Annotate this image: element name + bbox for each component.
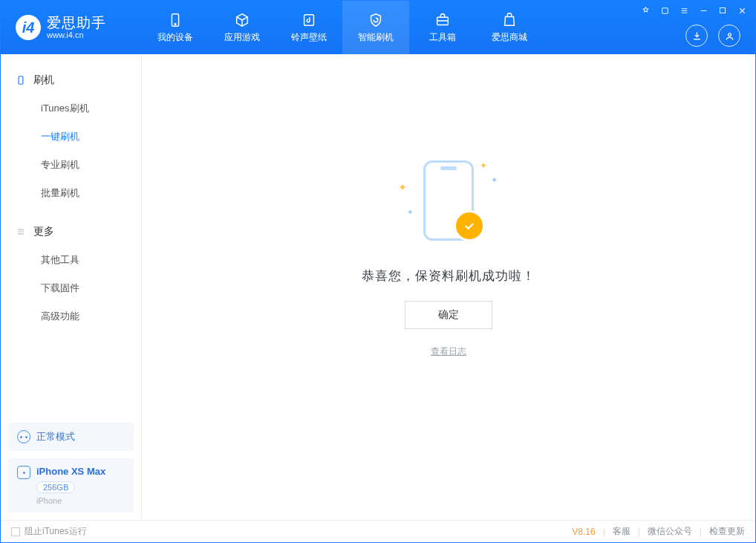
sparkle-icon: ✦ (407, 208, 413, 216)
sidebar-item-itunes-flash[interactable]: iTunes刷机 (1, 94, 141, 123)
nav-smart-flash[interactable]: 智能刷机 (342, 1, 409, 54)
svg-rect-2 (304, 14, 314, 25)
nav-toolbox-label: 工具箱 (429, 31, 456, 44)
sidebar-item-batch-flash[interactable]: 批量刷机 (1, 179, 141, 207)
download-button[interactable] (685, 25, 708, 47)
sidebar: 刷机 iTunes刷机 一键刷机 专业刷机 批量刷机 更多 其他工具 下载固件 … (1, 54, 142, 520)
nav-my-device-label: 我的设备 (157, 31, 193, 44)
app-title-cn: 爱思助手 (47, 16, 106, 31)
sidebar-item-onekey-flash[interactable]: 一键刷机 (1, 123, 141, 151)
success-message: 恭喜您，保资料刷机成功啦！ (362, 267, 535, 284)
header-right-icons (685, 25, 740, 47)
top-nav: 我的设备 应用游戏 铃声壁纸 智能刷机 工具箱 爱思商城 (142, 1, 543, 54)
status-bar: 阻止iTunes运行 V8.16 | 客服 | 微信公众号 | 检查更新 (1, 520, 755, 542)
checkbox-block-itunes[interactable]: 阻止iTunes运行 (11, 525, 87, 538)
sidebar-item-advanced[interactable]: 高级功能 (1, 302, 141, 331)
app-title-en: www.i4.cn (47, 30, 106, 39)
device-capacity: 256GB (36, 481, 75, 493)
device-mode-label: 正常模式 (36, 430, 75, 443)
music-note-icon (301, 12, 317, 28)
device-mode-card[interactable]: 正常模式 (8, 423, 134, 451)
sparkle-icon: ✦ (491, 175, 498, 185)
nav-apps-games[interactable]: 应用游戏 (209, 1, 276, 54)
svg-point-1 (175, 23, 176, 25)
main-content: ✦ ✦ ✦ ✦ 恭喜您，保资料刷机成功啦！ 确定 查看日志 (142, 54, 755, 488)
skin-icon[interactable] (659, 4, 671, 16)
device-type: iPhone (36, 496, 125, 505)
nav-store[interactable]: 爱思商城 (476, 1, 543, 54)
app-logo: i4 爱思助手 www.i4.cn (1, 1, 142, 54)
sidebar-item-pro-flash[interactable]: 专业刷机 (1, 151, 141, 179)
mode-icon (17, 430, 30, 443)
view-log-link[interactable]: 查看日志 (431, 345, 466, 358)
device-panel: 正常模式 iPhone XS Max 256GB iPhone (8, 423, 134, 513)
minimize-button[interactable] (697, 4, 709, 16)
sidebar-group-more: 更多 (1, 218, 141, 246)
nav-my-device[interactable]: 我的设备 (142, 1, 209, 54)
nav-smart-flash-label: 智能刷机 (358, 31, 394, 44)
svg-point-4 (728, 33, 731, 36)
app-header: i4 爱思助手 www.i4.cn 我的设备 应用游戏 铃声壁纸 智能刷机 工具… (1, 1, 755, 54)
sparkle-icon: ✦ (398, 181, 407, 193)
sidebar-group-flash: 刷机 (1, 66, 141, 94)
device-small-icon (16, 75, 26, 85)
sidebar-item-other-tools[interactable]: 其他工具 (1, 246, 141, 274)
sidebar-group-flash-label: 刷机 (33, 74, 54, 87)
checkbox-box-icon (11, 527, 20, 536)
svg-rect-5 (662, 7, 668, 13)
device-icon (17, 466, 30, 479)
phone-icon (167, 12, 183, 28)
close-button[interactable] (736, 4, 748, 16)
nav-toolbox[interactable]: 工具箱 (409, 1, 476, 54)
window-controls (639, 4, 748, 16)
shopping-bag-icon (501, 12, 518, 28)
nav-ringtones[interactable]: 铃声壁纸 (276, 1, 342, 54)
confirm-button[interactable]: 确定 (405, 301, 492, 329)
support-link[interactable]: 客服 (613, 525, 630, 538)
device-name: iPhone XS Max (36, 466, 125, 477)
nav-store-label: 爱思商城 (492, 31, 527, 44)
check-update-link[interactable]: 检查更新 (709, 525, 745, 538)
wechat-link[interactable]: 微信公众号 (648, 525, 692, 538)
checkbox-block-itunes-label: 阻止iTunes运行 (25, 525, 87, 538)
version-label: V8.16 (572, 527, 595, 537)
maximize-button[interactable] (717, 4, 729, 16)
cube-icon (234, 12, 250, 28)
menu-small-icon (16, 227, 26, 237)
sparkle-icon: ✦ (480, 160, 487, 171)
svg-rect-7 (19, 77, 23, 85)
sidebar-group-more-label: 更多 (33, 225, 54, 238)
theme-icon[interactable] (639, 4, 651, 16)
nav-ringtones-label: 铃声壁纸 (291, 31, 327, 44)
device-info-card[interactable]: iPhone XS Max 256GB iPhone (8, 458, 134, 513)
logo-icon: i4 (16, 15, 41, 40)
toolbox-icon (434, 12, 451, 28)
user-button[interactable] (718, 25, 740, 47)
check-badge-icon (456, 212, 483, 239)
sidebar-item-download-firmware[interactable]: 下载固件 (1, 274, 141, 302)
refresh-shield-icon (368, 12, 384, 28)
nav-apps-games-label: 应用游戏 (224, 31, 260, 44)
menu-icon[interactable] (678, 4, 690, 16)
svg-rect-6 (720, 8, 726, 13)
success-illustration: ✦ ✦ ✦ ✦ (389, 155, 508, 251)
